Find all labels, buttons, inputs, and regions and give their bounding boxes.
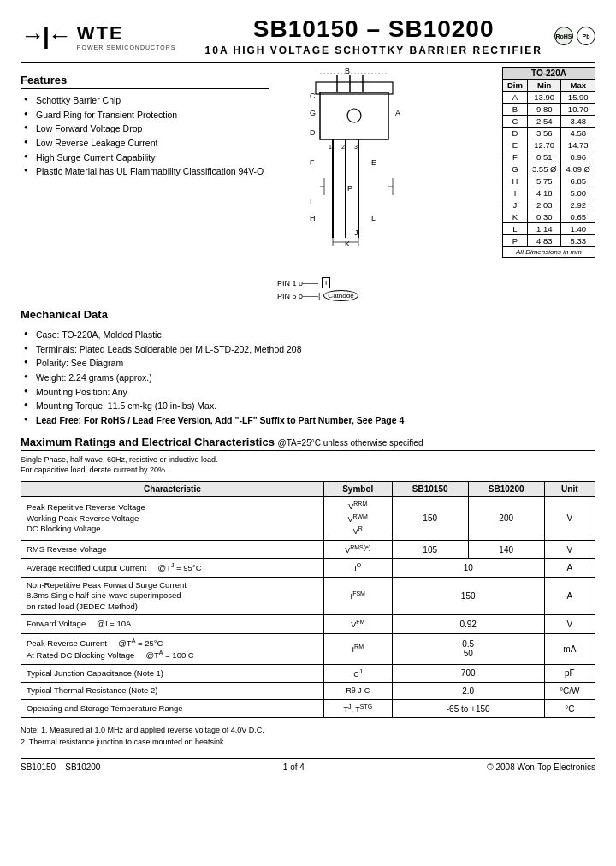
dim-label-b: B [345, 67, 350, 75]
table-row: Forward Voltage @I = 10A VFM 0.92 V [21, 615, 595, 634]
value-cell: 200 [468, 497, 544, 541]
table-cell: 1.14 [527, 223, 561, 235]
char-cell: Forward Voltage @I = 10A [21, 615, 324, 634]
pin5-component: Cathode [323, 290, 358, 301]
value-cell: 105 [392, 540, 468, 559]
char-cell: RMS Reverse Voltage [21, 540, 324, 559]
value-cell: 150 [392, 497, 468, 541]
features-title: Features [21, 74, 269, 89]
symbol-cell: VRRMVRWMVR [323, 497, 392, 541]
feature-item: Schottky Barrier Chip [24, 94, 269, 107]
dim-label-f: F [310, 158, 315, 167]
footer-notes: Note: 1. Measured at 1.0 MHz and applied… [21, 725, 595, 748]
table-cell: 9.80 [527, 104, 561, 116]
col-sb10150: SB10150 [392, 482, 468, 497]
table-row: Non-Repetitive Peak Forward Surge Curren… [21, 577, 595, 614]
unit-cell: mA [544, 633, 595, 664]
ratings-section: Maximum Ratings and Electrical Character… [21, 436, 595, 719]
pb-badge: Pb [577, 27, 595, 45]
unit-cell: pF [544, 664, 595, 683]
unit-cell: V [544, 497, 595, 541]
table-cell: 2.03 [527, 199, 561, 211]
feature-item: Guard Ring for Transient Protection [24, 109, 269, 122]
table-cell: 4.58 [561, 128, 595, 139]
table-row: Average Rectified Output Current @TJ = 9… [21, 559, 595, 578]
mech-item: Mounting Position: Any [24, 386, 595, 399]
table-cell: H [502, 175, 527, 187]
svg-rect-3 [320, 92, 388, 139]
table-row: RMS Reverse Voltage VRMS(e) 105 140 V [21, 540, 595, 559]
logo-icon: →|← [21, 22, 70, 50]
footer-copyright: © 2008 Won-Top Electronics [487, 762, 595, 772]
table-cell: 13.90 [527, 92, 561, 104]
ratings-condition: @TA=25°C unless otherwise specified [278, 438, 424, 448]
pin3-label: 3 [354, 144, 358, 150]
table-cell: 4.09 Ø [561, 163, 595, 175]
features-col: Features Schottky Barrier Chip Guard Rin… [21, 67, 269, 301]
page-footer: SB10150 – SB10200 1 of 4 © 2008 Won-Top … [21, 758, 595, 772]
polarity-diagram: PIN 1 o—— I PIN 5 o——| Cathode [277, 277, 494, 301]
dim-label-j: J [354, 228, 358, 237]
part-number: SB10150 – SB10200 [192, 15, 554, 43]
dimensions-table: TO-220A Dim Min Max A13.9015.90 B9.8010.… [502, 67, 595, 258]
features-section: Features Schottky Barrier Chip Guard Rin… [21, 67, 595, 301]
package-label: TO-220A [502, 68, 595, 80]
pin1-label: 1 [329, 144, 332, 150]
table-row: Peak Repetitive Reverse VoltageWorking P… [21, 497, 595, 541]
dim-footer: All Dimensions in mm [502, 247, 595, 258]
symbol-cell: IRM [323, 633, 392, 664]
unit-cell: °C/W [544, 683, 595, 700]
dim-label-g: G [310, 109, 316, 117]
table-cell: L [502, 223, 527, 235]
dim-label-p: P [347, 184, 352, 193]
col-char: Characteristic [21, 482, 324, 497]
table-cell: 5.33 [561, 235, 595, 247]
table-cell: K [502, 211, 527, 223]
package-diagram: B C G A D 1 2 3 F E [277, 67, 494, 301]
table-row: Peak Reverse Current @TA = 25°C At Rated… [21, 633, 595, 664]
badges-area: RoHS Pb [554, 27, 595, 45]
table-cell: C [502, 116, 527, 128]
table-cell: J [502, 199, 527, 211]
char-cell: Non-Repetitive Peak Forward Surge Curren… [21, 577, 324, 614]
value-cell: 700 [392, 664, 544, 683]
symbol-cell: VRMS(e) [323, 540, 392, 559]
value-cell: 2.0 [392, 683, 544, 700]
table-cell: I [502, 187, 527, 199]
table-cell: 6.85 [561, 175, 595, 187]
max-col-header: Max [561, 80, 595, 92]
table-cell: 14.73 [561, 139, 595, 151]
logo-sub: POWER SEMICONDUCTORS [77, 44, 176, 50]
table-cell: 2.92 [561, 199, 595, 211]
mech-item: Lead Free: For RoHS / Lead Free Version,… [24, 414, 595, 427]
dim-label-h: H [310, 214, 316, 222]
table-cell: B [502, 104, 527, 116]
dim-label-d: D [310, 128, 316, 137]
dimensions-table-container: TO-220A Dim Min Max A13.9015.90 B9.8010.… [502, 67, 595, 258]
unit-cell: V [544, 615, 595, 634]
char-cell: Typical Junction Capacitance (Note 1) [21, 664, 324, 683]
dim-label-e: E [371, 158, 376, 167]
dim-label-k: K [345, 240, 350, 248]
unit-cell: A [544, 577, 595, 614]
col-symbol: Symbol [323, 482, 392, 497]
table-cell: E [502, 139, 527, 151]
value-cell: 0.550 [392, 633, 544, 664]
footer-part: SB10150 – SB10200 [21, 762, 100, 772]
symbol-cell: Rθ J-C [323, 683, 392, 700]
value-cell: 140 [468, 540, 544, 559]
value-cell: 150 [392, 577, 544, 614]
feature-item: Low Reverse Leakage Current [24, 137, 269, 150]
pin1-text: PIN 1 o—— [277, 279, 318, 288]
table-cell: 2.54 [527, 116, 561, 128]
table-cell: 1.40 [561, 223, 595, 235]
value-cell: 0.92 [392, 615, 544, 634]
rohs-badge: RoHS [554, 27, 573, 45]
features-list: Schottky Barrier Chip Guard Ring for Tra… [21, 94, 269, 178]
logo-text: WTE POWER SEMICONDUCTORS [77, 22, 176, 50]
mechanical-list: Case: TO-220A, Molded Plastic Terminals:… [21, 329, 595, 427]
table-cell: 15.90 [561, 92, 595, 104]
mech-item: Weight: 2.24 grams (approx.) [24, 371, 595, 384]
part-subtitle: 10A HIGH VOLTAGE SCHOTTKY BARRIER RECTIF… [192, 44, 554, 56]
table-cell: 5.00 [561, 187, 595, 199]
